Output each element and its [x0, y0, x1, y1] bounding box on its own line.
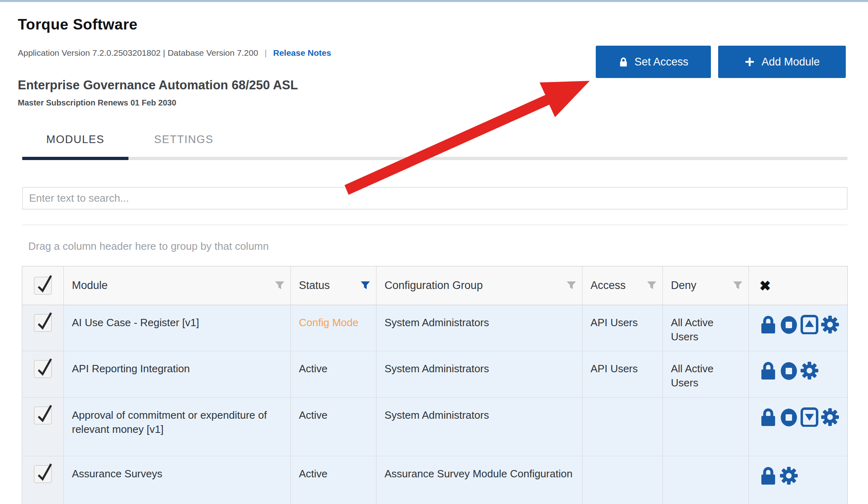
configuration-group-cell: System Administrators: [376, 305, 582, 351]
module-cell: Approval of commitment or expenditure of…: [64, 398, 291, 456]
torque-software-page: Torque Software Application Version 7.2.…: [0, 0, 868, 504]
select-all-checkbox[interactable]: [34, 277, 52, 295]
version-separator: |: [265, 48, 267, 57]
set-access-button[interactable]: Set Access: [596, 46, 711, 78]
search-input[interactable]: [22, 187, 847, 209]
add-module-label: Add Module: [761, 56, 820, 68]
subscription-note: Master Subscription Renews 01 Feb 2030: [18, 98, 176, 108]
table-row: Approval of commitment or expenditure of…: [22, 398, 847, 456]
gear-icon[interactable]: [800, 361, 819, 380]
filter-icon[interactable]: [733, 281, 743, 290]
checkbox-check-icon: [36, 274, 53, 295]
configuration-group-cell: System Administrators: [376, 351, 582, 397]
page-title: Torque Software: [18, 16, 138, 33]
row-actions-cell: [749, 351, 847, 397]
deny-cell: [663, 398, 749, 456]
gear-icon[interactable]: [820, 407, 840, 427]
row-checkbox[interactable]: [34, 360, 52, 378]
version-text: Application Version 7.2.0.2503201802 | D…: [18, 48, 258, 57]
gear-icon[interactable]: [779, 466, 799, 485]
table-row: API Reporting Integration Active System …: [22, 351, 847, 398]
stop-icon[interactable]: [779, 315, 799, 334]
add-module-button[interactable]: Add Module: [718, 46, 846, 78]
set-access-label: Set Access: [635, 56, 689, 68]
module-cell: AI Use Case - Register [v1]: [64, 305, 291, 351]
table-row: Assurance Surveys Active Assurance Surve…: [22, 456, 847, 504]
filter-icon[interactable]: [647, 281, 657, 290]
product-heading: Enterprise Governance Automation 68/250 …: [18, 78, 298, 93]
active-tab-underline: [22, 157, 128, 160]
clear-filters-icon[interactable]: ✖: [759, 279, 771, 293]
row-checkbox-cell: [22, 305, 64, 351]
version-line: Application Version 7.2.0.2503201802 | D…: [18, 48, 331, 58]
row-checkbox[interactable]: [34, 465, 52, 483]
column-header-access: Access: [582, 266, 663, 305]
lock-icon: [618, 57, 628, 67]
header-checkbox-cell: [22, 266, 64, 305]
lock-icon[interactable]: [759, 466, 778, 485]
filter-icon[interactable]: [275, 281, 285, 290]
status-cell: Active: [291, 398, 376, 456]
status-cell: Active: [291, 456, 376, 504]
column-label: Module: [72, 279, 108, 292]
lock-icon[interactable]: [759, 361, 778, 380]
modules-table: Module Status Configuration Group Access…: [22, 266, 848, 504]
deny-cell: All Active Users: [663, 305, 749, 351]
column-header-configuration-group: Configuration Group: [376, 266, 582, 305]
gear-icon[interactable]: [820, 315, 840, 334]
table-row: AI Use Case - Register [v1] Config Mode …: [22, 305, 847, 351]
deny-cell: All Active Users: [663, 351, 749, 397]
filter-icon[interactable]: [360, 281, 370, 290]
row-checkbox[interactable]: [34, 407, 52, 424]
access-cell: API Users: [582, 351, 663, 397]
checkbox-check-icon: [36, 358, 53, 378]
configuration-group-cell: System Administrators: [376, 398, 582, 456]
row-checkbox-cell: [22, 398, 64, 456]
group-by-hint: Drag a column header here to group by th…: [28, 240, 269, 253]
row-actions-cell: [749, 456, 847, 504]
row-checkbox-cell: [22, 351, 64, 397]
deny-cell: [663, 456, 749, 504]
tab-underline-track: [22, 157, 847, 160]
column-header-clear: ✖: [749, 266, 847, 305]
access-cell: [582, 456, 663, 504]
configuration-group-cell: Assurance Survey Module Configuration: [376, 456, 582, 504]
column-label: Status: [299, 279, 330, 292]
lock-icon[interactable]: [759, 315, 778, 334]
tab-modules[interactable]: MODULES: [22, 133, 128, 146]
tab-settings[interactable]: SETTINGS: [149, 133, 218, 146]
column-label: Deny: [671, 279, 696, 292]
table-header-row: Module Status Configuration Group Access…: [22, 266, 847, 305]
stop-icon[interactable]: [779, 407, 799, 427]
table-body: AI Use Case - Register [v1] Config Mode …: [22, 305, 847, 504]
column-header-status: Status: [291, 266, 376, 305]
lock-icon[interactable]: [759, 407, 778, 427]
column-label: Access: [591, 279, 626, 292]
section-divider: [22, 225, 847, 225]
checkbox-check-icon: [36, 404, 53, 424]
status-cell: Config Mode: [291, 305, 376, 351]
column-label: Configuration Group: [385, 279, 483, 292]
row-checkbox-cell: [22, 456, 64, 504]
filter-icon[interactable]: [566, 281, 576, 290]
module-cell: Assurance Surveys: [64, 456, 291, 504]
checkbox-check-icon: [36, 463, 53, 483]
status-cell: Active: [291, 351, 376, 397]
plus-icon: [744, 56, 755, 67]
access-cell: [582, 398, 663, 456]
column-header-module: Module: [64, 266, 291, 305]
top-accent-bar: [0, 0, 868, 2]
panel-down-icon[interactable]: [800, 407, 819, 427]
row-actions-cell: [749, 398, 847, 456]
panel-up-icon[interactable]: [800, 315, 819, 334]
stop-icon[interactable]: [779, 361, 799, 380]
row-actions-cell: [749, 305, 847, 351]
access-cell: API Users: [582, 305, 663, 351]
checkbox-check-icon: [36, 312, 53, 332]
release-notes-link[interactable]: Release Notes: [273, 48, 331, 57]
column-header-deny: Deny: [663, 266, 749, 305]
module-cell: API Reporting Integration: [64, 351, 291, 397]
row-checkbox[interactable]: [34, 314, 52, 332]
